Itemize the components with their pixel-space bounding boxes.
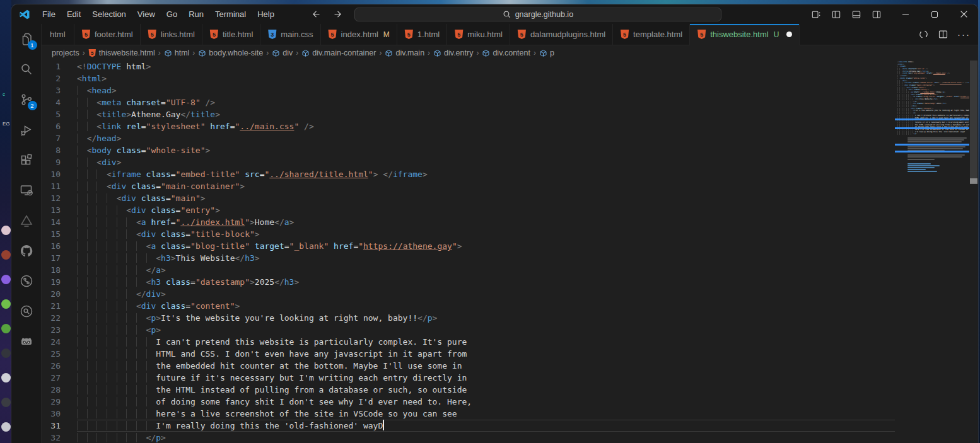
- more-actions-icon[interactable]: ···: [957, 32, 971, 38]
- activity-remote-explorer-icon[interactable]: [11, 175, 42, 205]
- code-line-21[interactable]: 21 <div class="content">: [42, 300, 895, 312]
- line-number: 25: [42, 348, 61, 360]
- breadcrumb-div[interactable]: div: [272, 49, 293, 57]
- code-line-9[interactable]: 9 <div>: [42, 156, 895, 168]
- menu-edit[interactable]: Edit: [61, 7, 86, 21]
- code-line-6[interactable]: 6 <link rel="stylesheet" href="../main.c…: [42, 120, 895, 132]
- code-line-30[interactable]: 30 here's a live screenshot of the site …: [42, 408, 895, 420]
- activity-git-graph-icon[interactable]: [11, 266, 42, 296]
- menu-run[interactable]: Run: [183, 7, 209, 21]
- code-line-23[interactable]: 23 <p>: [42, 324, 895, 336]
- code-line-2[interactable]: 2<html>: [42, 72, 895, 84]
- line-content: <title>Athene.Gay</title>: [77, 108, 895, 120]
- split-editor-icon[interactable]: [938, 29, 948, 40]
- tab-miku-html[interactable]: 5miku.html: [447, 24, 510, 45]
- code-line-26[interactable]: 26 the embedded hit counter at the botto…: [42, 360, 895, 372]
- maximize-button[interactable]: [920, 4, 949, 24]
- code-line-24[interactable]: 24 I can't pretend this website is parti…: [42, 336, 895, 348]
- tab-html[interactable]: html: [42, 24, 74, 45]
- tab-title-html[interactable]: 5title.html: [202, 24, 260, 45]
- tab-1-html[interactable]: 51.html: [397, 24, 447, 45]
- toggle-secondary-sidebar-icon[interactable]: [868, 7, 885, 22]
- code-line-14[interactable]: 14 <a href="../index.html">Home</a>: [42, 216, 895, 228]
- activity-source-control-icon[interactable]: 2: [11, 84, 42, 115]
- breadcrumb-thiswebsite-html[interactable]: 5thiswebsite.html: [88, 49, 155, 57]
- breadcrumb-div-entry[interactable]: div.entry: [433, 49, 473, 57]
- activity-search-icon[interactable]: [11, 54, 42, 84]
- code-editor[interactable]: 1<!DOCTYPE html>2<html>3 <head>4 <meta c…: [42, 60, 978, 443]
- line-content: <link rel="stylesheet" href="../main.css…: [77, 120, 895, 132]
- code-line-10[interactable]: 10 <iframe class="embed-title" src="../s…: [42, 168, 895, 180]
- activity-code-search-icon[interactable]: [11, 296, 42, 326]
- tab-main-css[interactable]: 3main.css: [260, 24, 320, 45]
- code-line-8[interactable]: 8 <body class="whole-site">: [42, 144, 895, 156]
- unsaved-dot-icon[interactable]: [786, 32, 792, 37]
- scrollbar-thumb[interactable]: [970, 60, 977, 183]
- forward-arrow-icon[interactable]: [330, 7, 346, 22]
- code-line-11[interactable]: 11 <div class="main-container">: [42, 180, 895, 192]
- tab-label: miku.html: [467, 30, 503, 39]
- activity-extensions-icon[interactable]: [11, 145, 42, 175]
- tab-index-html[interactable]: 5index.htmlM: [321, 24, 397, 45]
- code-line-1[interactable]: 1<!DOCTYPE html>: [42, 60, 895, 72]
- code-line-27[interactable]: 27 future if it's necessary but I'm writ…: [42, 372, 895, 384]
- breadcrumb-div-content[interactable]: div.content: [482, 49, 530, 57]
- tab-footer-html[interactable]: 5footer.html: [74, 24, 141, 45]
- code-line-15[interactable]: 15 <div class="title-block">: [42, 228, 895, 240]
- code-line-22[interactable]: 22 <p>It's the website you're looking at…: [42, 312, 895, 324]
- menu-go[interactable]: Go: [161, 7, 183, 21]
- code-line-32[interactable]: 32 </p>: [42, 432, 895, 443]
- html-file-icon: 5: [620, 30, 629, 39]
- line-number: 5: [42, 108, 61, 120]
- tab-thiswebsite-html[interactable]: 5thiswebsite.htmlU: [690, 24, 800, 45]
- breadcrumb-html[interactable]: html: [164, 49, 190, 57]
- breadcrumb-body-whole-site[interactable]: body.whole-site: [198, 49, 263, 57]
- command-center-search[interactable]: gnargle.github.io: [354, 8, 721, 21]
- code-line-3[interactable]: 3 <head>: [42, 84, 895, 96]
- code-line-17[interactable]: 17 <h3>This Website</h3>: [42, 252, 895, 264]
- desktop-dock-avatar: [1, 226, 11, 235]
- breadcrumb-projects[interactable]: projects: [52, 49, 79, 57]
- code-line-12[interactable]: 12 <div class="main">: [42, 192, 895, 204]
- menu-terminal[interactable]: Terminal: [209, 7, 252, 21]
- open-changes-icon[interactable]: [918, 29, 929, 40]
- code-line-19[interactable]: 19 <h3 class="datestamp">2025</h3>: [42, 276, 895, 288]
- code-line-28[interactable]: 28 the HTML instead of pulling from a da…: [42, 384, 895, 396]
- code-lines[interactable]: 1<!DOCTYPE html>2<html>3 <head>4 <meta c…: [42, 60, 895, 443]
- activity-run-and-debug-icon[interactable]: [11, 115, 42, 145]
- toggle-primary-sidebar-icon[interactable]: [828, 7, 844, 22]
- scrollbar[interactable]: [969, 60, 978, 443]
- code-line-7[interactable]: 7 </head>: [42, 132, 895, 144]
- toggle-panel-icon[interactable]: [848, 7, 865, 22]
- customize-layout-icon[interactable]: [808, 7, 824, 22]
- code-line-13[interactable]: 13 <div class="entry">: [42, 204, 895, 216]
- vscode-logo-icon[interactable]: [19, 9, 30, 20]
- minimize-button[interactable]: [891, 4, 920, 24]
- code-line-5[interactable]: 5 <title>Athene.Gay</title>: [42, 108, 895, 120]
- menu-file[interactable]: File: [37, 7, 61, 21]
- activity-triangle-extension-icon[interactable]: [11, 205, 42, 236]
- chevron-right-icon: ›: [192, 49, 195, 57]
- menu-selection[interactable]: Selection: [86, 7, 131, 21]
- activity-explorer-icon[interactable]: 1: [11, 24, 42, 54]
- activity-github-icon[interactable]: [11, 236, 42, 266]
- minimap[interactable]: <!DOCTYPE html><html> <head> <meta chars…: [895, 60, 969, 443]
- code-line-25[interactable]: 25 HTML and CSS. I don't even have any j…: [42, 348, 895, 360]
- close-button[interactable]: [949, 4, 978, 24]
- tab-template-html[interactable]: 5template.html: [613, 24, 690, 45]
- code-line-4[interactable]: 4 <meta charset="UTF-8" />: [42, 96, 895, 108]
- tab-dalamudplugins-html[interactable]: 5dalamudplugins.html: [510, 24, 613, 45]
- code-line-20[interactable]: 20 </div>: [42, 288, 895, 300]
- code-line-18[interactable]: 18 </a>: [42, 264, 895, 276]
- breadcrumb-div-main[interactable]: div.main: [385, 49, 424, 57]
- tab-links-html[interactable]: 5links.html: [141, 24, 202, 45]
- code-line-29[interactable]: 29 of doing some fancy shit I don't see …: [42, 396, 895, 408]
- activity-godot-tools-icon[interactable]: [11, 326, 42, 357]
- back-arrow-icon[interactable]: [309, 7, 324, 22]
- code-line-31[interactable]: 31 I'm really doing this the 'old-fashio…: [42, 420, 895, 432]
- code-line-16[interactable]: 16 <a class="blog-title" target="_blank"…: [42, 240, 895, 252]
- menu-help[interactable]: Help: [252, 7, 280, 21]
- breadcrumb-p[interactable]: p: [539, 49, 554, 57]
- breadcrumb-div-main-container[interactable]: div.main-container: [301, 49, 376, 57]
- menu-view[interactable]: View: [132, 7, 161, 21]
